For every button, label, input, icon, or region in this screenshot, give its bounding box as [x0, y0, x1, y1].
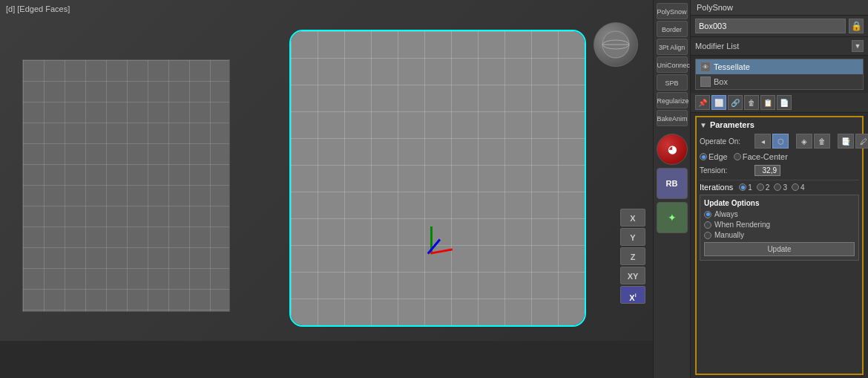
iter-4-dot [792, 183, 799, 191]
update-button[interactable]: Update [704, 242, 855, 256]
plugin-spb[interactable]: SPB [657, 74, 688, 91]
params-header: ▼ Parameters [700, 120, 859, 129]
cube-left-unselected[interactable] [22, 59, 230, 312]
plugin-icon-star-label: ✦ [668, 212, 677, 224]
cube-right-selected[interactable] [289, 30, 586, 327]
modifier-list-dropdown[interactable]: ▼ [852, 40, 864, 52]
update-manually-label: Manually [714, 231, 744, 239]
tension-label: Tension: [700, 166, 752, 175]
object-name-input[interactable] [695, 19, 846, 33]
operate-icon-3[interactable]: ◈ [796, 134, 812, 149]
iter-1[interactable]: 1 [739, 183, 752, 192]
update-always-row[interactable]: Always [704, 210, 855, 218]
gizmo-x-axis [430, 248, 453, 254]
iter-2[interactable]: 2 [757, 183, 770, 192]
parameters-section: ▼ Parameters Operate On: ◂ ⬡ ◈ 🗑 📑 🖊 [695, 116, 864, 375]
mod-icon-link[interactable]: 🔗 [728, 95, 743, 110]
iter-4-label: 4 [800, 183, 805, 192]
radio-edge-dot [700, 153, 707, 160]
iter-1-label: 1 [748, 183, 752, 192]
update-manually-dot [704, 232, 711, 239]
iter-2-dot [757, 183, 764, 191]
nav-sphere-icon [601, 30, 631, 59]
update-options-section: Update Options Always When Rendering Man… [700, 195, 859, 261]
operate-on-row: Operate On: ◂ ⬡ ◈ 🗑 📑 🖊 [700, 134, 859, 149]
modifier-eye-box[interactable] [700, 76, 711, 87]
iterations-label: Iterations [700, 183, 733, 192]
viewport[interactable]: [d] [Edged Faces] X Y Z [0, 0, 653, 378]
scene [0, 0, 653, 378]
update-options-title: Update Options [704, 199, 855, 207]
update-always-label: Always [714, 210, 738, 218]
viewport-label: [d] [Edged Faces] [6, 4, 70, 13]
object-name-row: 🔒 [691, 16, 868, 37]
mod-icon-box[interactable]: ⬜ [711, 95, 726, 110]
iter-4[interactable]: 4 [792, 183, 805, 192]
axis-x-button[interactable]: X [620, 209, 645, 227]
iter-2-label: 2 [766, 183, 770, 192]
modifier-box[interactable]: Box [696, 74, 863, 89]
transform-gizmo [423, 215, 467, 260]
operate-icon-6[interactable]: 🖊 [855, 134, 868, 149]
modifier-tessellate[interactable]: 👁 Tessellate [696, 59, 863, 74]
params-collapse-arrow[interactable]: ▼ [700, 121, 707, 129]
lock-button[interactable]: 🔒 [849, 19, 864, 33]
update-rendering-row[interactable]: When Rendering [704, 221, 855, 229]
plugin-toolbar: PolySnow Border Fill 3Pt Align UniConnec… [653, 0, 690, 378]
radio-edge[interactable]: Edge [700, 152, 728, 161]
plugin-border-fill[interactable]: Border Fill [657, 21, 688, 37]
update-rendering-dot [704, 221, 711, 229]
axis-xi-button[interactable]: Xi [620, 286, 645, 304]
modifier-eye-tessellate[interactable]: 👁 [700, 62, 711, 72]
plugin-icon-rb-label: RB [666, 179, 678, 188]
iter-3-dot [774, 183, 781, 191]
tension-row: Tension: 32,9 [700, 165, 859, 176]
modifier-tessellate-label: Tessellate [714, 62, 858, 71]
plugin-icon-star[interactable]: ✦ [657, 202, 688, 233]
mod-icon-paste[interactable]: 📄 [777, 95, 792, 110]
modifier-stack: 👁 Tessellate Box [695, 59, 864, 90]
operate-icon-1[interactable]: ◂ [754, 134, 771, 149]
plugin-bakeanim[interactable]: BakeAnim [657, 110, 688, 126]
separator [700, 180, 859, 180]
update-manually-row[interactable]: Manually [704, 231, 855, 239]
navigation-sphere[interactable] [594, 22, 638, 67]
plugin-3pt-align[interactable]: 3Pt Align [657, 39, 688, 55]
update-always-dot [704, 211, 711, 218]
edge-facecenter-radio-group: Edge Face-Center [700, 152, 788, 161]
plugin-icon-red-label: ◕ [668, 143, 677, 155]
axis-navigation: X Y Z XY Xi [620, 209, 645, 304]
plugin-icon-red[interactable]: ◕ [657, 134, 688, 165]
iter-3-label: 3 [783, 183, 787, 192]
iterations-row: Iterations 1 2 3 4 [700, 183, 859, 192]
axis-xy-button[interactable]: XY [620, 267, 645, 284]
params-title: Parameters [710, 120, 754, 129]
update-rendering-label: When Rendering [714, 221, 770, 229]
plugin-uni-connector[interactable]: UniConnector [657, 56, 688, 73]
modifier-box-label: Box [714, 77, 858, 86]
radio-face-center-label: Face-Center [743, 152, 788, 161]
plugin-icon-rb[interactable]: RB [657, 168, 688, 199]
axis-z-button[interactable]: Z [620, 247, 645, 265]
mod-icon-trash[interactable]: 🗑 [744, 95, 759, 110]
operate-icon-2[interactable]: ⬡ [772, 134, 789, 149]
mod-icon-pin[interactable]: 📌 [695, 95, 710, 110]
iter-3[interactable]: 3 [774, 183, 787, 192]
operate-icon-5[interactable]: 📑 [838, 134, 854, 149]
operate-on-label: Operate On: [700, 137, 752, 146]
plugin-polysnow[interactable]: PolySnow [657, 3, 688, 19]
plugin-regularize[interactable]: Regularize [657, 92, 688, 108]
edge-facecenter-row: Edge Face-Center [700, 152, 859, 161]
properties-panel: PolySnow 🔒 Modifier List ▼ 👁 Tessellate … [690, 0, 868, 378]
modifier-list-label: Modifier List [695, 42, 852, 50]
axis-y-button[interactable]: Y [620, 228, 645, 246]
radio-face-center-dot [734, 153, 741, 160]
radio-face-center[interactable]: Face-Center [734, 152, 788, 161]
panel-title: PolySnow [691, 0, 868, 16]
tension-value[interactable]: 32,9 [754, 165, 780, 176]
operate-on-icons: ◂ ⬡ ◈ 🗑 📑 🖊 [754, 134, 868, 149]
operate-icon-4[interactable]: 🗑 [814, 134, 830, 149]
scene-floor [0, 341, 653, 378]
mod-icon-copy[interactable]: 📋 [760, 95, 775, 110]
modifier-list-row: Modifier List ▼ [691, 37, 868, 56]
